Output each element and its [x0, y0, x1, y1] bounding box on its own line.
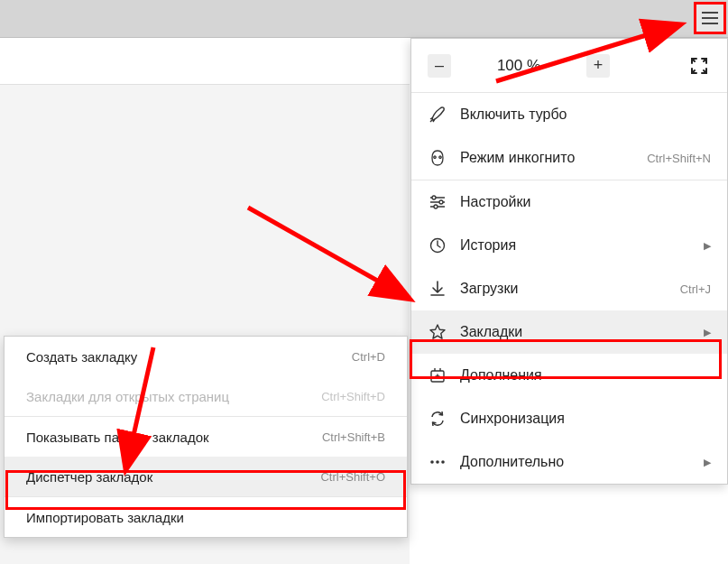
dots-icon [428, 452, 447, 472]
menu-item-incognito[interactable]: Режим инкогнито Ctrl+Shift+N [411, 136, 727, 180]
fullscreen-button[interactable] [687, 54, 711, 78]
submenu-item-create-bookmark[interactable]: Создать закладку Ctrl+D [5, 337, 407, 376]
sync-icon [428, 409, 447, 429]
menu-item-more[interactable]: Дополнительно ▶ [411, 440, 727, 484]
fullscreen-icon [691, 58, 707, 74]
submenu-item-import-bookmarks[interactable]: Импортировать закладки [5, 497, 407, 537]
submenu-item-bookmark-manager[interactable]: Диспетчер закладок Ctrl+Shift+O [5, 457, 407, 496]
submenu-item-bookmark-open-tabs: Закладки для открытых страниц Ctrl+Shift… [5, 376, 407, 416]
menu-item-settings[interactable]: Настройки [411, 180, 727, 224]
chevron-right-icon: ▶ [704, 240, 711, 252]
submenu-item-shortcut: Ctrl+Shift+O [320, 470, 385, 484]
menu-item-label: Дополнения [460, 367, 711, 384]
menu-item-label: Включить турбо [460, 106, 711, 123]
menu-item-label: История [460, 237, 698, 254]
menu-item-shortcut: Ctrl+Shift+N [647, 152, 711, 165]
menu-item-sync[interactable]: Синхронизация [411, 397, 727, 440]
download-icon [428, 279, 447, 299]
hamburger-icon [702, 17, 718, 19]
menu-item-label: Загрузки [460, 281, 680, 297]
submenu-item-label: Диспетчер закладок [26, 469, 320, 485]
menu-item-shortcut: Ctrl+J [680, 282, 711, 296]
svg-point-0 [432, 196, 436, 199]
submenu-item-label: Показывать панель закладок [26, 430, 322, 445]
page-content-strip [0, 38, 410, 85]
submenu-item-shortcut: Ctrl+D [352, 350, 385, 364]
chevron-right-icon: ▶ [704, 457, 711, 468]
main-menu: – 100 % + Включить турбо Режим инкогнито… [410, 38, 728, 485]
menu-item-label: Режим инкогнито [460, 150, 647, 166]
submenu-item-show-bookmarks-bar[interactable]: Показывать панель закладок Ctrl+Shift+B [5, 417, 407, 457]
chevron-right-icon: ▶ [704, 327, 711, 338]
zoom-in-button[interactable]: + [586, 54, 610, 78]
submenu-item-shortcut: Ctrl+Shift+D [321, 390, 385, 403]
star-icon [428, 322, 447, 342]
menu-item-bookmarks[interactable]: Закладки ▶ [411, 310, 727, 354]
addons-icon [428, 365, 447, 385]
menu-item-label: Синхронизация [460, 411, 711, 427]
sliders-icon [428, 192, 447, 212]
rocket-icon [428, 105, 447, 125]
submenu-item-label: Импортировать закладки [26, 510, 385, 525]
svg-point-2 [434, 205, 438, 208]
svg-point-7 [441, 460, 445, 464]
menu-item-history[interactable]: История ▶ [411, 224, 727, 267]
menu-item-label: Дополнительно [460, 454, 698, 470]
svg-point-5 [430, 460, 434, 464]
menu-item-label: Настройки [460, 194, 711, 210]
history-icon [428, 236, 447, 255]
menu-item-downloads[interactable]: Загрузки Ctrl+J [411, 267, 727, 310]
bookmarks-submenu: Создать закладку Ctrl+D Закладки для отк… [4, 336, 408, 538]
menu-item-label: Закладки [460, 324, 698, 340]
svg-point-6 [436, 460, 439, 464]
submenu-item-shortcut: Ctrl+Shift+B [322, 430, 385, 444]
zoom-level-label: 100 % [451, 57, 586, 75]
hamburger-button[interactable] [694, 2, 726, 34]
svg-point-1 [439, 200, 443, 204]
zoom-row: – 100 % + [411, 39, 727, 93]
zoom-out-button[interactable]: – [428, 54, 451, 78]
submenu-item-label: Закладки для открытых страниц [26, 389, 321, 404]
menu-item-addons[interactable]: Дополнения [411, 354, 727, 397]
incognito-icon [428, 148, 447, 168]
submenu-item-label: Создать закладку [26, 349, 352, 365]
menu-item-turbo[interactable]: Включить турбо [411, 93, 727, 136]
browser-toolbar [0, 0, 728, 38]
